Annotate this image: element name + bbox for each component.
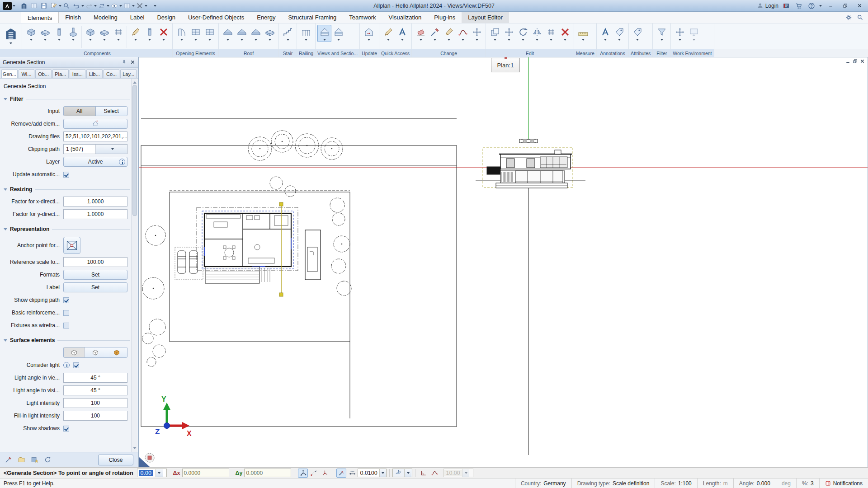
slab-icon[interactable] [38,25,52,42]
save-icon[interactable] [39,1,48,10]
align-icon[interactable] [544,25,558,42]
input-all-button[interactable]: All [64,107,95,116]
coordinate-tripod-icon[interactable] [298,469,308,478]
close-icon[interactable] [130,60,135,65]
delta-point-icon[interactable] [320,469,330,478]
mirror-icon[interactable] [530,25,544,42]
rotate-icon[interactable] [516,25,530,42]
undo-dropdown-icon[interactable] [81,5,84,7]
column-icon[interactable] [52,25,66,42]
curve-track-icon[interactable] [429,469,439,478]
reload-icon[interactable] [44,456,52,464]
smart-wall-icon[interactable] [128,25,142,42]
text-icon[interactable] [395,25,409,42]
tab-teamwork[interactable]: Teamwork [343,12,382,23]
scroll-up-icon[interactable] [133,80,137,84]
update-automatic-checkbox[interactable] [63,172,69,178]
settings-gear-icon[interactable] [845,14,852,21]
offset-ruler-icon[interactable] [347,469,357,478]
allplan-logo-icon[interactable] [3,2,12,10]
undo-icon[interactable] [72,1,81,10]
consider-light-checkbox[interactable] [73,362,79,368]
stair-icon[interactable] [281,25,295,42]
factor-y-field[interactable]: 1.0000 [63,209,127,219]
leader-icon[interactable] [613,25,627,42]
tab-elements[interactable]: Elements [21,12,59,23]
house-plan[interactable] [175,207,321,283]
tab-modeling[interactable]: Modeling [87,12,124,23]
objects-palette-icon[interactable] [2,25,20,46]
copy-icon[interactable] [488,25,502,42]
layer-button[interactable]: Active [63,157,127,167]
tools-icon[interactable] [135,1,144,10]
split-dropdown-icon[interactable] [132,5,135,7]
edit-line-icon[interactable] [442,25,456,42]
move-icon[interactable] [502,25,516,42]
status-length[interactable]: Length:m [697,479,733,488]
minimize-button[interactable] [825,2,836,10]
tab-visualization[interactable]: Visualization [382,12,428,23]
elevation-view[interactable] [476,139,585,188]
status-angle[interactable]: Angle:0.000 [733,479,776,488]
roof-plane-icon[interactable] [221,25,235,42]
reference-plane-select[interactable] [392,469,412,477]
roof-frame-icon[interactable] [235,25,249,42]
dormer-icon[interactable] [249,25,263,42]
tab-design[interactable]: Design [151,12,181,23]
join-wall-icon[interactable] [142,25,156,42]
scrollbar-thumb[interactable] [132,85,137,216]
palette-tab-library[interactable]: Lib... [86,69,103,78]
search-icon[interactable] [857,14,863,21]
palette-close-button[interactable]: Close [98,455,133,465]
layers-panel-icon[interactable] [29,1,38,10]
new-sketch-dropdown-icon[interactable] [59,5,61,7]
refresh-dropdown-icon[interactable] [107,5,109,7]
foundation-icon[interactable] [66,25,80,42]
palette-tab-connect[interactable]: Co... [104,69,120,78]
refresh-loop-icon[interactable] [97,1,106,10]
clipping-path-line[interactable] [279,202,283,296]
wall-icon[interactable] [24,25,38,42]
logo-dropdown-icon[interactable] [13,5,15,7]
drawing-files-field[interactable]: 52,51,102,101,202,201,... [63,131,127,141]
scroll-down-icon[interactable] [133,447,137,450]
library-icon[interactable] [782,1,791,10]
find-icon[interactable] [62,1,71,10]
toolbar-overflow-icon[interactable] [154,5,156,7]
fixtures-wireframe-checkbox[interactable] [63,323,69,328]
help-dropdown-icon[interactable] [819,5,822,7]
section-display-icon[interactable] [317,25,331,42]
restore-button[interactable] [839,2,851,10]
remove-add-elements-button[interactable] [63,119,127,129]
view-minimize-icon[interactable] [845,59,850,64]
palette-tab-layers[interactable]: Lay... [120,69,137,78]
update-3d-icon[interactable] [362,25,376,42]
railing-icon[interactable] [299,25,313,42]
compass-icon[interactable] [145,453,154,462]
status-scale[interactable]: Scale:1:100 [655,479,697,488]
palette-tab-wizard[interactable]: Wi... [19,69,35,78]
section-line-icon[interactable] [331,25,345,42]
stretch-icon[interactable] [470,25,484,42]
corner-window-icon[interactable] [203,25,217,42]
filter-section-header[interactable]: Filter [4,96,130,102]
close-button[interactable] [854,2,865,10]
rotation-input[interactable]: 0.00 [137,469,167,477]
palette-tab-issues[interactable]: Iss... [70,69,86,78]
delete-icon[interactable] [558,25,572,42]
palette-tab-planes[interactable]: Pla... [52,69,69,78]
delta-x-field[interactable]: 0.0000 [182,469,229,477]
view-restore-icon[interactable] [853,59,858,64]
project-icon[interactable] [19,1,28,10]
light-intensity-field[interactable]: 100 [63,398,127,408]
palette-tab-generate[interactable]: Gen... [1,69,18,78]
redo-icon[interactable] [85,1,94,10]
status-notifications[interactable]: Notifications [819,479,868,488]
palette-scrollbar[interactable] [131,79,137,452]
pin-icon[interactable] [122,60,127,65]
split-window-icon[interactable] [123,1,132,10]
angle-lock-icon[interactable] [419,469,429,478]
label-set-button[interactable]: Set [63,282,127,292]
track-tracing-icon[interactable] [309,469,319,478]
anchor-point-button[interactable] [63,237,80,254]
